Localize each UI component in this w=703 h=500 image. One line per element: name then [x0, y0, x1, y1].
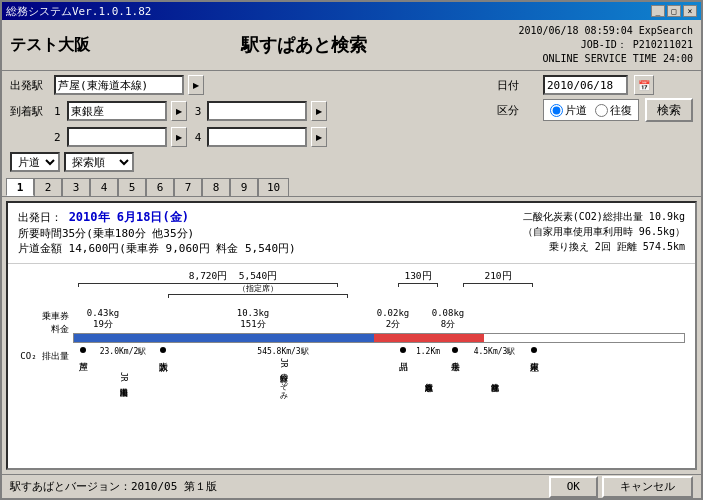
- tab-10[interactable]: 10: [258, 178, 289, 196]
- tabs-bar: 1 2 3 4 5 6 7 8 9 10: [2, 176, 701, 197]
- header-line2: JOB-ID： P210211021: [518, 38, 693, 52]
- station-row: 芦屋 23.0Km/2駅 JR東海道山陽 新大阪: [73, 347, 685, 397]
- tab-9[interactable]: 9: [230, 178, 258, 196]
- arrival-3-input[interactable]: [207, 101, 307, 121]
- station-dot: [452, 347, 458, 353]
- calendar-button[interactable]: 📅: [634, 75, 654, 95]
- bar-seg3: [374, 334, 414, 342]
- departure-arrow-button[interactable]: ▶: [188, 75, 204, 95]
- arrival-row: 到着駅 1 ▶ 3 ▶: [10, 101, 327, 121]
- station-izumi: 泉岳寺: [443, 347, 467, 355]
- seg3-co2: 0.02kg 2分: [373, 308, 413, 331]
- segment-details-row: 乗車券料金 CO₂ 排出量 0.43kg 19分 10.3kg: [18, 308, 685, 397]
- segment-labels-col: 乗車券料金 CO₂ 排出量: [18, 308, 73, 363]
- katamichi-label: 片道: [565, 103, 587, 118]
- arrival-4-label: 4: [195, 131, 202, 144]
- co2-car: （自家用車使用車利用時 96.5kg）: [523, 224, 685, 239]
- departure-date: 2010年 6月18日(金): [69, 210, 189, 224]
- date-row: 日付 📅: [497, 75, 693, 95]
- bottom-buttons: OK キャンセル: [549, 476, 693, 498]
- arrival-4-input[interactable]: [207, 127, 307, 147]
- header-left: テスト大阪: [10, 35, 90, 56]
- date-label: 日付: [497, 78, 537, 93]
- arrival-3-arrow-button[interactable]: ▶: [311, 101, 327, 121]
- co2-total: 二酸化炭素(CO2)総排出量 10.9kg: [523, 209, 685, 224]
- arrival-1-arrow-button[interactable]: ▶: [171, 101, 187, 121]
- status-text: 駅すあばとバージョン：2010/05 第１版: [10, 479, 217, 494]
- ofuku-label: 往復: [610, 103, 632, 118]
- direction-select[interactable]: 片道 往復: [10, 152, 60, 172]
- cancel-button[interactable]: キャンセル: [602, 476, 693, 498]
- price-label-2: 5,540円 （指定席）: [168, 270, 348, 298]
- arrival-1-input[interactable]: [67, 101, 167, 121]
- arrival-3-label: 3: [195, 105, 202, 118]
- price-label-3: 130円: [398, 270, 438, 287]
- kubun-label: 区分: [497, 103, 537, 118]
- tab-8[interactable]: 8: [202, 178, 230, 196]
- form-area: 出発駅 ▶ 到着駅 1 ▶ 3 ▶ 2: [2, 71, 701, 176]
- price-label-4: 210円: [463, 270, 533, 287]
- fare-info: 片道金額 14,600円(乗車券 9,060円 料金 5,540円): [18, 242, 296, 255]
- arrival-1-label: 1: [54, 105, 61, 118]
- tab-1[interactable]: 1: [6, 178, 34, 196]
- date-input[interactable]: [543, 75, 628, 95]
- station-shin-osaka: 新大阪: [153, 347, 173, 355]
- station-ashiya: 芦屋: [73, 347, 93, 355]
- seg4-info: 4.5Km/3駅 都営浅草線: [467, 347, 522, 397]
- departure-info-block: 出発日： 2010年 6月18日(金) 所要時間35分(乗車180分 他35分)…: [18, 209, 296, 256]
- maximize-button[interactable]: □: [667, 5, 681, 17]
- kubun-radio-group: 片道 往復: [543, 99, 639, 121]
- close-button[interactable]: ×: [683, 5, 697, 17]
- time-info: 所要時間35分(乗車180分 他35分): [18, 227, 194, 240]
- station-dot: [160, 347, 166, 353]
- search-button[interactable]: 検索: [645, 98, 693, 122]
- result-panel[interactable]: 出発日： 2010年 6月18日(金) 所要時間35分(乗車180分 他35分)…: [6, 201, 697, 470]
- header-bar: テスト大阪 駅すぱあと検索 2010/06/18 08:59:04 ExpSea…: [2, 20, 701, 71]
- fare-row-label: 乗車券料金: [18, 310, 69, 336]
- result-header: 出発日： 2010年 6月18日(金) 所要時間35分(乗車180分 他35分)…: [8, 203, 695, 264]
- header-center: 駅すぱあと検索: [241, 33, 367, 57]
- tab-5[interactable]: 5: [118, 178, 146, 196]
- arrival-2-input[interactable]: [67, 127, 167, 147]
- tab-7[interactable]: 7: [174, 178, 202, 196]
- arrival-2-label: 2: [54, 131, 61, 144]
- radio-katamichi[interactable]: 片道: [550, 103, 587, 118]
- arrival-row-24: 2 ▶ 4 ▶: [10, 127, 327, 147]
- window-title: 総務システムVer.1.0.1.82: [6, 4, 151, 19]
- order-select[interactable]: 探索順: [64, 152, 134, 172]
- radio-ofuku[interactable]: 往復: [595, 103, 632, 118]
- tab-4[interactable]: 4: [90, 178, 118, 196]
- brace-3: [398, 283, 438, 287]
- lower-form-row: 片道 往復 探索順: [10, 152, 693, 172]
- co2-info: 二酸化炭素(CO2)総排出量 10.9kg （自家用車使用車利用時 96.5kg…: [523, 209, 685, 254]
- seg2-info: 545.8Km/3駅 JR新幹線のぞみ: [173, 347, 393, 397]
- bar-seg1: [74, 334, 134, 342]
- station-dot: [531, 347, 537, 353]
- departure-label: 出発駅: [10, 78, 50, 93]
- segments-area: 0.43kg 19分 10.3kg 151分 0.02kg 2分: [73, 308, 685, 397]
- departure-row: 出発駅 ▶: [10, 75, 327, 95]
- seg2-co2: 10.3kg 151分: [133, 308, 373, 331]
- brace-2: [168, 294, 348, 298]
- title-bar-left: 総務システムVer.1.0.1.82: [6, 4, 151, 19]
- title-bar-controls: _ □ ×: [651, 5, 697, 17]
- title-bar: 総務システムVer.1.0.1.82 _ □ ×: [2, 2, 701, 20]
- brace-4: [463, 283, 533, 287]
- tab-6[interactable]: 6: [146, 178, 174, 196]
- arrival-4-arrow-button[interactable]: ▶: [311, 127, 327, 147]
- departure-input[interactable]: [54, 75, 184, 95]
- status-bar: 駅すあばとバージョン：2010/05 第１版 OK キャンセル: [2, 474, 701, 498]
- price-sublabel: （指定席）: [168, 283, 348, 294]
- tab-3[interactable]: 3: [62, 178, 90, 196]
- seg1-info: 23.0Km/2駅 JR東海道山陽: [93, 347, 153, 397]
- arrival-2-arrow-button[interactable]: ▶: [171, 127, 187, 147]
- header-line3: ONLINE SERVICE TIME 24:00: [518, 52, 693, 66]
- header-right: 2010/06/18 08:59:04 ExpSearch JOB-ID： P2…: [518, 24, 693, 66]
- ok-button[interactable]: OK: [549, 476, 598, 498]
- route-visualization: 8,720円 5,540円 （指定席） 130円: [8, 264, 695, 405]
- price-label-area: 8,720円 5,540円 （指定席） 130円: [18, 270, 685, 306]
- minimize-button[interactable]: _: [651, 5, 665, 17]
- right-form-area: 日付 📅 区分 片道 往復: [497, 75, 693, 122]
- station-shinagawa: 品川: [393, 347, 413, 355]
- tab-2[interactable]: 2: [34, 178, 62, 196]
